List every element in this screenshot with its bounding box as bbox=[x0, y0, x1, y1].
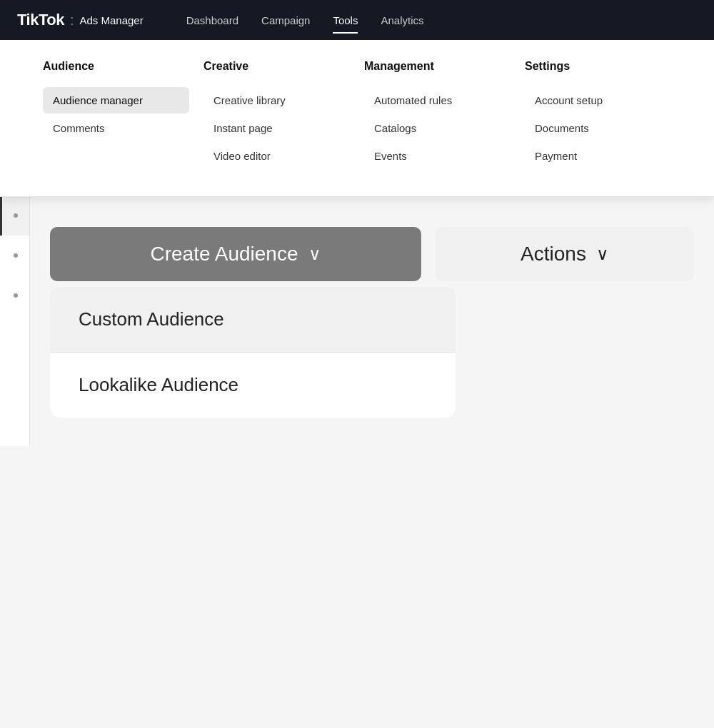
dropdown-item-video-editor[interactable]: Video editor bbox=[203, 143, 350, 169]
top-navigation: TikTok : Ads Manager Dashboard Campaign … bbox=[0, 0, 714, 40]
dropdown-item-audience-manager[interactable]: Audience manager bbox=[43, 87, 189, 113]
lookalike-audience-option[interactable]: Lookalike Audience bbox=[50, 353, 456, 418]
sidebar-dot-3 bbox=[14, 293, 18, 298]
dropdown-col-settings-heading: Settings bbox=[525, 60, 671, 73]
create-audience-chevron-icon: ∨ bbox=[308, 244, 321, 264]
sidebar-item-1[interactable] bbox=[0, 196, 29, 236]
brand-separator: : bbox=[70, 12, 74, 29]
sidebar-item-3[interactable] bbox=[0, 275, 29, 315]
nav-items: Dashboard Campaign Tools Analytics bbox=[178, 9, 433, 32]
tools-dropdown-menu: Audience Audience manager Comments Creat… bbox=[0, 40, 714, 197]
create-audience-button[interactable]: Create Audience ∨ bbox=[50, 227, 421, 281]
sidebar-dot-1 bbox=[14, 213, 18, 218]
create-audience-label: Create Audience bbox=[150, 243, 298, 266]
nav-item-tools[interactable]: Tools bbox=[324, 9, 366, 32]
dropdown-item-creative-library[interactable]: Creative library bbox=[203, 87, 350, 113]
dropdown-item-payment[interactable]: Payment bbox=[525, 143, 671, 169]
sidebar-dot-2 bbox=[14, 253, 18, 258]
dropdown-col-creative: Creative Creative library Instant page V… bbox=[203, 60, 364, 171]
dropdown-item-account-setup[interactable]: Account setup bbox=[525, 87, 671, 113]
brand-logo: TikTok : Ads Manager bbox=[17, 11, 144, 29]
actions-button[interactable]: Actions ∨ bbox=[436, 227, 694, 281]
brand-tiktok-text: TikTok bbox=[17, 11, 64, 29]
dropdown-col-management-heading: Management bbox=[364, 60, 511, 73]
custom-audience-option[interactable]: Custom Audience bbox=[50, 287, 456, 353]
dropdown-col-management: Management Automated rules Catalogs Even… bbox=[364, 60, 525, 171]
dropdown-col-audience: Audience Audience manager Comments bbox=[43, 60, 203, 171]
sidebar-item-2[interactable] bbox=[0, 236, 29, 275]
dropdown-col-settings: Settings Account setup Documents Payment bbox=[525, 60, 685, 171]
dropdown-item-events[interactable]: Events bbox=[364, 143, 511, 169]
brand-ads-manager-text: Ads Manager bbox=[79, 14, 143, 26]
action-buttons-row: Create Audience ∨ Actions ∨ bbox=[50, 227, 694, 281]
nav-item-analytics[interactable]: Analytics bbox=[372, 9, 432, 32]
sidebar bbox=[0, 196, 30, 446]
actions-chevron-icon: ∨ bbox=[596, 244, 609, 264]
dropdown-item-automated-rules[interactable]: Automated rules bbox=[364, 87, 511, 113]
dropdown-item-comments[interactable]: Comments bbox=[43, 115, 189, 141]
actions-label: Actions bbox=[521, 243, 586, 266]
dropdown-col-audience-heading: Audience bbox=[43, 60, 189, 73]
main-content: Create Audience ∨ Actions ∨ Custom Audie… bbox=[30, 196, 714, 446]
dropdown-item-instant-page[interactable]: Instant page bbox=[203, 115, 350, 141]
dropdown-item-documents[interactable]: Documents bbox=[525, 115, 671, 141]
dropdown-item-catalogs[interactable]: Catalogs bbox=[364, 115, 511, 141]
dropdown-col-creative-heading: Creative bbox=[203, 60, 350, 73]
nav-item-dashboard[interactable]: Dashboard bbox=[178, 9, 247, 32]
nav-item-campaign[interactable]: Campaign bbox=[253, 9, 318, 32]
audience-type-dropdown: Custom Audience Lookalike Audience bbox=[50, 287, 456, 418]
